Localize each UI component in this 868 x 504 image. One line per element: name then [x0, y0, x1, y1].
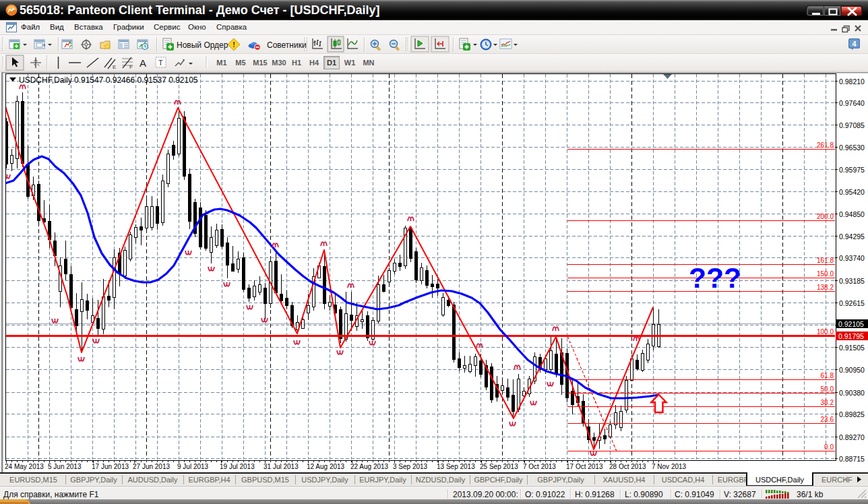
svg-text:261.8: 261.8	[817, 141, 834, 149]
svg-text:200.0: 200.0	[817, 213, 834, 220]
svg-text:???: ???	[689, 262, 741, 294]
svg-text:0.0: 0.0	[824, 443, 834, 451]
svg-text:24 May 2013: 24 May 2013	[5, 463, 44, 470]
svg-text:17 Jun 2013: 17 Jun 2013	[92, 463, 129, 470]
svg-text:T: T	[158, 59, 163, 67]
svg-text:5 Jun 2013: 5 Jun 2013	[48, 463, 82, 470]
svg-text:A: A	[140, 57, 146, 69]
svg-text:7 Oct 2013: 7 Oct 2013	[523, 463, 556, 470]
svg-text:0.88715: 0.88715	[839, 455, 865, 463]
svg-text:0.96530: 0.96530	[839, 144, 865, 152]
svg-text:27 Jun 2013: 27 Jun 2013	[133, 463, 170, 470]
svg-text:0.97085: 0.97085	[839, 121, 865, 129]
svg-text:0.97640: 0.97640	[839, 99, 865, 107]
svg-text:0.93740: 0.93740	[839, 254, 865, 262]
svg-text:22 Aug 2013: 22 Aug 2013	[350, 463, 389, 470]
svg-text:0.91505: 0.91505	[839, 344, 865, 352]
svg-text:0.93185: 0.93185	[839, 277, 865, 285]
svg-text:USDCHF,Daily 0.91547 0.92466: USDCHF,Daily 0.91547 0.92466 0.91537 0.9…	[19, 75, 198, 85]
svg-text:0.91795: 0.91795	[838, 332, 864, 340]
svg-text:38.2: 38.2	[821, 399, 834, 406]
svg-text:0.89270: 0.89270	[839, 433, 865, 441]
svg-text:12 Aug 2013: 12 Aug 2013	[307, 463, 345, 470]
svg-text:7 Nov 2013: 7 Nov 2013	[652, 463, 687, 470]
svg-text:50.0: 50.0	[821, 385, 834, 393]
svg-text:161.8: 161.8	[817, 257, 834, 264]
svg-text:0.95975: 0.95975	[839, 166, 865, 174]
svg-text:0.98210: 0.98210	[839, 77, 865, 86]
svg-text:0.92615: 0.92615	[839, 299, 865, 307]
svg-text:0.90950: 0.90950	[839, 366, 865, 374]
svg-text:138.2: 138.2	[817, 284, 834, 291]
svg-text:E: E	[113, 64, 116, 70]
svg-text:!: !	[232, 40, 235, 49]
svg-text:4: 4	[852, 40, 857, 48]
svg-text:F: F	[129, 64, 133, 70]
svg-text:17 Oct 2013: 17 Oct 2013	[566, 463, 603, 470]
svg-text:61.8: 61.8	[821, 372, 834, 379]
svg-text:0.94295: 0.94295	[839, 232, 865, 241]
svg-text:25 Sep 2013: 25 Sep 2013	[480, 463, 518, 470]
svg-text:0.94850: 0.94850	[839, 210, 865, 218]
svg-text:100.0: 100.0	[817, 328, 834, 336]
svg-text:19 Jul 2013: 19 Jul 2013	[220, 463, 255, 470]
svg-text:0.95420: 0.95420	[839, 188, 865, 196]
svg-text:150.0: 150.0	[817, 270, 834, 278]
svg-text:9 Jul 2013: 9 Jul 2013	[177, 463, 209, 470]
svg-text:0.92105: 0.92105	[838, 320, 864, 328]
svg-text:23.6: 23.6	[821, 416, 834, 423]
svg-text:0.90380: 0.90380	[839, 389, 865, 397]
svg-text:0.89825: 0.89825	[839, 410, 865, 418]
svg-text:31 Jul 2013: 31 Jul 2013	[264, 463, 299, 470]
svg-text:28 Oct 2013: 28 Oct 2013	[609, 463, 646, 470]
svg-text:13 Sep 2013: 13 Sep 2013	[437, 463, 475, 470]
svg-text:3 Sep 2013: 3 Sep 2013	[393, 463, 428, 470]
